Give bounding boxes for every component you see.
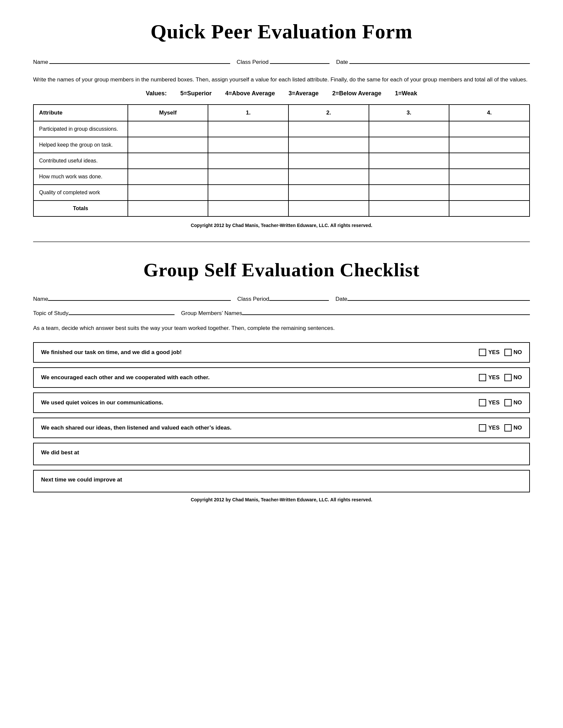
row-2-4[interactable]: [449, 137, 530, 153]
yes-no-3: YES NO: [479, 399, 522, 406]
totals-3[interactable]: [369, 201, 449, 216]
table-row: Participated in group discussions.: [33, 121, 530, 137]
totals-1[interactable]: [208, 201, 289, 216]
no-label-2: NO: [514, 374, 522, 381]
checklist-text-1: We finished our task on time, and we did…: [41, 349, 479, 356]
row-5-4[interactable]: [449, 185, 530, 201]
row-2-2[interactable]: [289, 137, 369, 153]
checklist-text-4: We each shared our ideas, then listened …: [41, 425, 479, 431]
values-line: Values: 5=Superior 4=Above Average 3=Ave…: [33, 90, 530, 97]
totals-4[interactable]: [449, 201, 530, 216]
row-1-1[interactable]: [208, 121, 289, 137]
row-2-1[interactable]: [208, 137, 289, 153]
row-5-1[interactable]: [208, 185, 289, 201]
checklist-item-3: We used quiet voices in our communicatio…: [33, 392, 530, 413]
row-1-4[interactable]: [449, 121, 530, 137]
table-row: How much work was done.: [33, 169, 530, 185]
no-checkbox-3[interactable]: NO: [504, 399, 522, 406]
row-4-attr: How much work was done.: [33, 169, 128, 185]
row-1-3[interactable]: [369, 121, 449, 137]
yes-checkbox-4[interactable]: YES: [479, 424, 499, 432]
no-checkbox-1[interactable]: NO: [504, 349, 522, 356]
group-members-label: Group Members’ Names: [181, 310, 242, 317]
yes-box-3[interactable]: [479, 399, 486, 406]
yes-checkbox-2[interactable]: YES: [479, 374, 499, 381]
header-2: 2.: [289, 105, 369, 121]
section2-title: Group Self Evaluation Checklist: [33, 259, 530, 281]
yes-label-3: YES: [488, 399, 499, 406]
yes-checkbox-3[interactable]: YES: [479, 399, 499, 406]
no-checkbox-2[interactable]: NO: [504, 374, 522, 381]
row-3-1[interactable]: [208, 153, 289, 169]
totals-label: Totals: [33, 201, 128, 216]
table-row: Contributed useful ideas.: [33, 153, 530, 169]
section1-copyright: Copyright 2012 by Chad Manis, Teacher-Wr…: [33, 223, 530, 228]
date-underline: [350, 57, 530, 64]
checklist-item-1: We finished our task on time, and we did…: [33, 342, 530, 363]
name-label: Name: [33, 59, 48, 66]
totals-row: Totals: [33, 201, 530, 216]
no-label-4: NO: [514, 425, 522, 431]
yes-box-4[interactable]: [479, 424, 486, 432]
open-text-2: Next time we could improve at: [41, 477, 122, 483]
totals-2[interactable]: [289, 201, 369, 216]
yes-checkbox-1[interactable]: YES: [479, 349, 499, 356]
header-3: 3.: [369, 105, 449, 121]
row-5-2[interactable]: [289, 185, 369, 201]
checklist-item-2: We encouraged each other and we cooperat…: [33, 367, 530, 388]
no-checkbox-4[interactable]: NO: [504, 424, 522, 432]
yes-label-4: YES: [488, 425, 499, 431]
s2-class-period-underline: [269, 294, 329, 301]
value-3: 3=Average: [289, 90, 319, 97]
row-3-attr: Contributed useful ideas.: [33, 153, 128, 169]
row-1-myself[interactable]: [128, 121, 208, 137]
value-4: 2=Below Average: [332, 90, 381, 97]
no-box-4[interactable]: [504, 424, 512, 432]
row-5-attr: Quality of completed work: [33, 185, 128, 201]
open-item-1[interactable]: We did best at: [33, 443, 530, 465]
eval-table: Attribute Myself 1. 2. 3. 4. Participate…: [33, 104, 530, 217]
no-box-2[interactable]: [504, 374, 512, 381]
yes-box-1[interactable]: [479, 349, 486, 356]
row-5-3[interactable]: [369, 185, 449, 201]
section2-name-row: Name Class Period Date: [33, 294, 530, 302]
row-3-4[interactable]: [449, 153, 530, 169]
yes-no-4: YES NO: [479, 424, 522, 432]
s2-name-underline: [48, 294, 230, 301]
row-4-1[interactable]: [208, 169, 289, 185]
header-myself: Myself: [128, 105, 208, 121]
header-attribute: Attribute: [33, 105, 128, 121]
section1-name-row: Name Class Period Date: [33, 57, 530, 66]
yes-no-1: YES NO: [479, 349, 522, 356]
checklist-text-2: We encouraged each other and we cooperat…: [41, 374, 479, 381]
topic-row: Topic of Study Group Members’ Names: [33, 308, 530, 317]
row-3-3[interactable]: [369, 153, 449, 169]
checklist-text-3: We used quiet voices in our communicatio…: [41, 399, 479, 406]
open-text-1: We did best at: [41, 449, 79, 456]
name-underline: [49, 57, 230, 64]
row-3-myself[interactable]: [128, 153, 208, 169]
section1-instructions: Write the names of your group members in…: [33, 75, 530, 84]
yes-label-2: YES: [488, 374, 499, 381]
row-2-myself[interactable]: [128, 137, 208, 153]
open-item-2[interactable]: Next time we could improve at: [33, 470, 530, 492]
row-2-3[interactable]: [369, 137, 449, 153]
s2-date-underline: [348, 294, 530, 301]
no-box-3[interactable]: [504, 399, 512, 406]
row-5-myself[interactable]: [128, 185, 208, 201]
row-4-myself[interactable]: [128, 169, 208, 185]
topic-underline: [69, 308, 174, 315]
no-box-1[interactable]: [504, 349, 512, 356]
totals-myself[interactable]: [128, 201, 208, 216]
row-4-4[interactable]: [449, 169, 530, 185]
table-row: Quality of completed work: [33, 185, 530, 201]
row-4-3[interactable]: [369, 169, 449, 185]
yes-box-2[interactable]: [479, 374, 486, 381]
row-4-2[interactable]: [289, 169, 369, 185]
class-period-underline: [270, 57, 330, 64]
row-1-2[interactable]: [289, 121, 369, 137]
table-row: Helped keep the group on task.: [33, 137, 530, 153]
row-3-2[interactable]: [289, 153, 369, 169]
yes-label-1: YES: [488, 349, 499, 356]
s2-class-period-label: Class Period: [237, 296, 269, 302]
